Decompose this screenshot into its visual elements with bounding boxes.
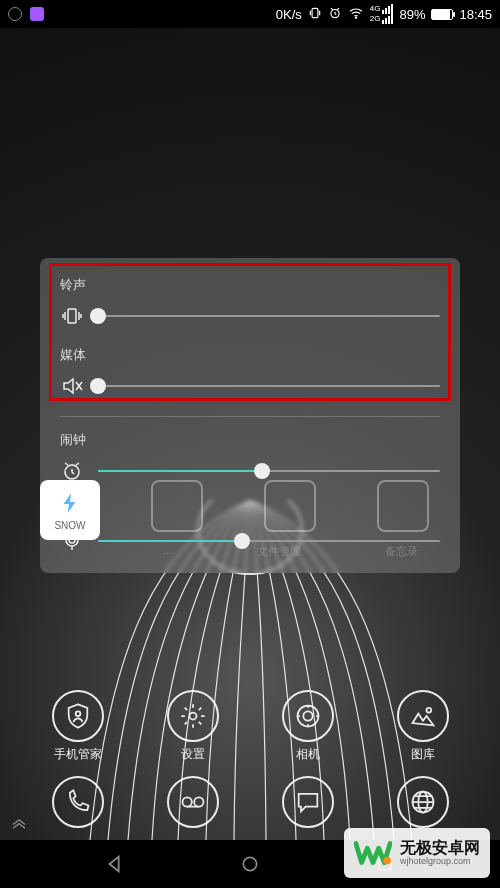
nav-home[interactable] bbox=[230, 844, 270, 884]
ghost-apps bbox=[120, 480, 460, 532]
watermark: 无极安卓网 wjhotelgroup.com bbox=[344, 828, 490, 878]
ringtone-label: 铃声 bbox=[60, 276, 440, 294]
svg-rect-1 bbox=[312, 8, 318, 17]
chat-icon bbox=[294, 788, 322, 816]
status-time: 18:45 bbox=[459, 7, 492, 22]
app-gallery[interactable]: 图库 bbox=[385, 690, 461, 763]
svg-point-9 bbox=[189, 713, 196, 720]
vibrate-icon bbox=[60, 304, 84, 328]
globe-icon bbox=[409, 788, 437, 816]
notif-icon bbox=[30, 7, 44, 21]
alarm-label: 闹钟 bbox=[60, 431, 440, 449]
watermark-logo-icon bbox=[354, 834, 392, 872]
gallery-icon bbox=[409, 702, 437, 730]
shield-icon bbox=[64, 702, 92, 730]
app-settings[interactable]: 设置 bbox=[155, 690, 231, 763]
status-bar: 0K/s 4G 2G 89% 18:45 bbox=[0, 0, 500, 28]
svg-rect-5 bbox=[68, 309, 76, 323]
battery-pct: 89% bbox=[399, 7, 425, 22]
net-speed: 0K/s bbox=[276, 7, 302, 22]
vibrate-icon bbox=[308, 6, 322, 23]
voicemail-icon bbox=[179, 788, 207, 816]
app-phone-manager[interactable]: 手机管家 bbox=[40, 690, 116, 763]
alarm-icon bbox=[328, 6, 342, 23]
snow-icon bbox=[57, 490, 83, 516]
svg-point-14 bbox=[194, 797, 203, 806]
svg-point-11 bbox=[303, 711, 312, 720]
wifi-icon bbox=[348, 6, 364, 23]
svg-point-19 bbox=[383, 857, 391, 865]
notif-icon bbox=[8, 7, 22, 21]
phone-icon bbox=[64, 788, 92, 816]
svg-point-3 bbox=[355, 17, 356, 18]
battery-icon bbox=[431, 9, 453, 20]
nav-back[interactable] bbox=[95, 844, 135, 884]
dock-contacts[interactable] bbox=[167, 776, 219, 828]
dock-phone[interactable] bbox=[52, 776, 104, 828]
media-label: 媒体 bbox=[60, 346, 440, 364]
gear-icon bbox=[179, 702, 207, 730]
call-slider[interactable] bbox=[98, 540, 440, 542]
dock-browser[interactable] bbox=[397, 776, 449, 828]
mute-icon bbox=[60, 374, 84, 398]
svg-point-10 bbox=[297, 706, 318, 727]
ringtone-slider[interactable] bbox=[98, 315, 440, 317]
app-snow[interactable]: SNOW bbox=[40, 480, 100, 540]
alarm-slider[interactable] bbox=[98, 470, 440, 472]
expand-icon[interactable] bbox=[10, 816, 28, 834]
media-slider[interactable] bbox=[98, 385, 440, 387]
svg-point-17 bbox=[243, 857, 256, 870]
svg-point-8 bbox=[75, 711, 80, 716]
svg-point-13 bbox=[182, 797, 191, 806]
camera-icon bbox=[294, 702, 322, 730]
svg-point-12 bbox=[426, 708, 431, 713]
app-camera[interactable]: 相机 bbox=[270, 690, 346, 763]
dock-messages[interactable] bbox=[282, 776, 334, 828]
